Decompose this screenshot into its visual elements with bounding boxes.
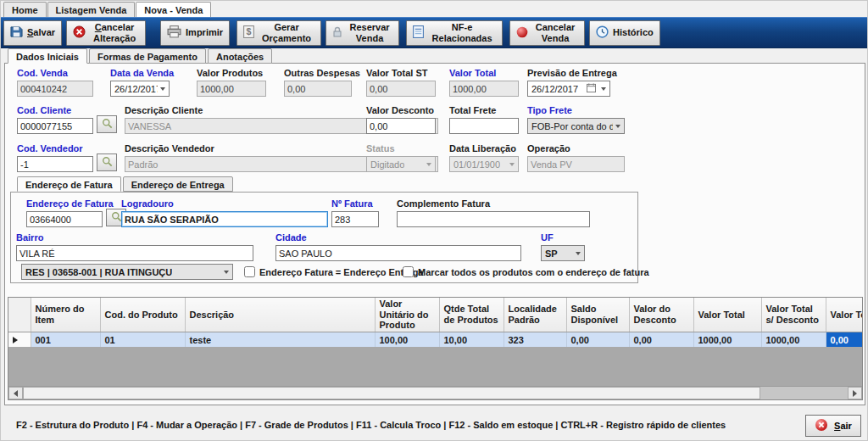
outras-despesas-input[interactable] — [284, 81, 352, 97]
bairro-input[interactable] — [16, 245, 253, 261]
tipo-frete-combo[interactable]: FOB-Por conta do dest — [527, 118, 625, 134]
tab-nova-venda[interactable]: Nova - Venda — [136, 2, 211, 17]
data-liberacao-combo: 01/01/1900 — [449, 156, 519, 172]
dados-iniciais-panel: Cod. Venda Data da Venda 26/12/2017 Valo… — [4, 63, 865, 405]
data-da-venda-combo[interactable]: 26/12/2017 — [110, 81, 170, 97]
saved-address-combo[interactable]: RES | 03658-001 | RUA ITINGUÇU — [21, 264, 233, 280]
scroll-left-icon — [14, 390, 18, 397]
valor-produtos-input[interactable] — [197, 81, 266, 97]
complemento-fatura-label: Complemento Fatura — [397, 198, 590, 209]
valor-total-st-input[interactable] — [366, 81, 436, 97]
grid-horizontal-scrollbar[interactable] — [8, 386, 862, 399]
field-data-da-venda: Data da Venda 26/12/2017 — [110, 68, 170, 97]
logradouro-label: Logradouro — [121, 198, 328, 209]
checkbox-marcar-todos[interactable]: Marcar todos os produtos com o endereço … — [403, 266, 649, 277]
field-logradouro: Logradouro — [121, 198, 328, 227]
chevron-down-icon — [160, 87, 165, 91]
tab-anotacoes[interactable]: Anotações — [208, 48, 272, 64]
col-valor-do-desconto[interactable]: Valor do Desconto — [629, 298, 693, 332]
cancelar-venda-button[interactable]: Cancelar Venda — [509, 20, 585, 46]
cell-valor-tot-selected[interactable]: 0,00 — [826, 332, 863, 347]
col-localidade-padrao[interactable]: Localidade Padrão — [504, 298, 566, 332]
cell-qtde-total: 10,00 — [439, 332, 504, 347]
document-dollar-icon: $ — [243, 25, 254, 40]
previsao-de-entrega-datepicker[interactable]: 26/12/2017 — [527, 81, 610, 97]
total-frete-label: Total Frete — [449, 105, 519, 115]
shortcut-hints: F2 - Estrutura do Produto | F4 - Mudar a… — [16, 420, 726, 430]
tab-endereco-de-entrega[interactable]: Endereço de Entrega — [123, 176, 233, 192]
uf-combo[interactable]: SP — [541, 245, 585, 261]
col-valor-unitario[interactable]: Valor Unitário do Produto — [375, 298, 439, 332]
checkbox-endereco-igual[interactable]: Endereço Fatura = Endereço Entrega — [244, 266, 423, 277]
cod-cliente-search-button[interactable] — [97, 115, 117, 133]
field-valor-produtos: Valor Produtos — [197, 68, 266, 97]
exit-icon — [815, 418, 828, 433]
field-tipo-frete: Tipo Frete FOB-Por conta do dest — [527, 105, 625, 134]
footer-bar: F2 - Estrutura do Produto | F4 - Mudar a… — [1, 405, 868, 441]
toolbar: Salvar Cancelar Alteração Imprimir $ Ger… — [1, 17, 867, 48]
scroll-right-icon — [853, 390, 857, 397]
calendar-icon — [587, 83, 596, 94]
field-previsao-de-entrega: Previsão de Entrega 26/12/2017 — [527, 68, 610, 97]
scrollbar-thumb[interactable] — [23, 387, 760, 399]
cancelar-alteracao-button[interactable]: Cancelar Alteração — [66, 20, 146, 46]
tab-formas-de-pagamento[interactable]: Formas de Pagamento — [89, 48, 206, 64]
scroll-right-button[interactable] — [848, 387, 862, 399]
tab-listagem-venda[interactable]: Listagem Venda — [47, 2, 136, 17]
address-tab-strip: Endereço de Fatura Endereço de Entrega — [17, 176, 235, 192]
col-qtde-total[interactable]: Qtde Total de Produtos — [439, 298, 504, 332]
grid-row[interactable]: 001 01 teste 100,00 10,00 323 0,00 0,00 … — [8, 332, 863, 347]
col-descricao[interactable]: Descrição — [185, 298, 375, 332]
field-status: Status Digitado — [366, 143, 436, 172]
logradouro-input[interactable] — [121, 211, 328, 227]
cell-valor-unitario: 100,00 — [375, 332, 439, 347]
search-icon — [111, 211, 122, 225]
historico-button[interactable]: Histórico — [589, 20, 660, 46]
operacao-input — [527, 156, 625, 172]
grid-header-row: Número do Item Cod. do Produto Descrição… — [8, 298, 863, 332]
data-liberacao-label: Data Liberação — [449, 143, 519, 154]
total-frete-input[interactable] — [449, 118, 519, 134]
cell-localidade-padrao: 323 — [504, 332, 566, 347]
col-numero-do-item[interactable]: Número do Item — [31, 298, 100, 332]
salvar-button[interactable]: Salvar — [3, 20, 62, 46]
cell-valor-total-s-desconto: 1000,00 — [761, 332, 826, 347]
tab-home[interactable]: Home — [3, 2, 47, 17]
cod-vendedor-search-button[interactable] — [97, 154, 117, 171]
nfe-relacionadas-button[interactable]: NF-e Relacionadas — [406, 20, 503, 46]
field-saved-address: RES | 03658-001 | RUA ITINGUÇU — [21, 264, 233, 280]
col-valor-total-s-desconto[interactable]: Valor Total s/ Desconto — [761, 298, 826, 332]
endereco-fatura-panel: Endereço de Fatura Logradouro Nº Fatura … — [10, 192, 638, 283]
cod-venda-input[interactable] — [17, 81, 93, 97]
marcar-todos-checkbox[interactable] — [403, 266, 414, 277]
gerar-orcamento-button[interactable]: $ Gerar Orçamento — [236, 20, 321, 46]
valor-total-input[interactable] — [449, 81, 519, 97]
reservar-venda-button[interactable]: Reservar Venda — [326, 20, 399, 46]
col-saldo-disponivel[interactable]: Saldo Disponível — [566, 298, 629, 332]
field-uf: UF SP — [541, 232, 585, 261]
cod-cliente-input[interactable] — [17, 118, 93, 134]
col-valor-total[interactable]: Valor Total — [693, 298, 761, 332]
tipo-frete-label: Tipo Frete — [527, 105, 625, 115]
red-sphere-icon — [516, 26, 528, 40]
endereco-fatura-input[interactable] — [26, 211, 103, 227]
valor-desconto-input[interactable] — [366, 118, 436, 134]
scroll-left-button[interactable] — [8, 387, 23, 399]
search-icon — [102, 118, 113, 131]
field-numero-fatura: Nº Fatura — [331, 198, 379, 227]
endereco-igual-checkbox[interactable] — [244, 266, 255, 277]
col-valor-tot[interactable]: Valor Tot — [826, 298, 863, 332]
imprimir-button[interactable]: Imprimir — [160, 20, 230, 46]
cidade-input[interactable] — [275, 245, 521, 261]
complemento-fatura-input[interactable] — [397, 211, 590, 227]
cod-vendedor-input[interactable] — [17, 156, 93, 172]
field-data-liberacao: Data Liberação 01/01/1900 — [449, 143, 519, 172]
printer-icon — [167, 25, 181, 40]
sair-button[interactable]: Sair — [805, 415, 861, 437]
col-cod-do-produto[interactable]: Cod. do Produto — [100, 298, 185, 332]
numero-fatura-input[interactable] — [331, 211, 379, 227]
tab-dados-iniciais[interactable]: Dados Iniciais — [8, 48, 87, 64]
tab-endereco-de-fatura[interactable]: Endereço de Fatura — [17, 176, 121, 192]
status-label: Status — [366, 143, 436, 154]
status-combo: Digitado — [366, 156, 436, 172]
